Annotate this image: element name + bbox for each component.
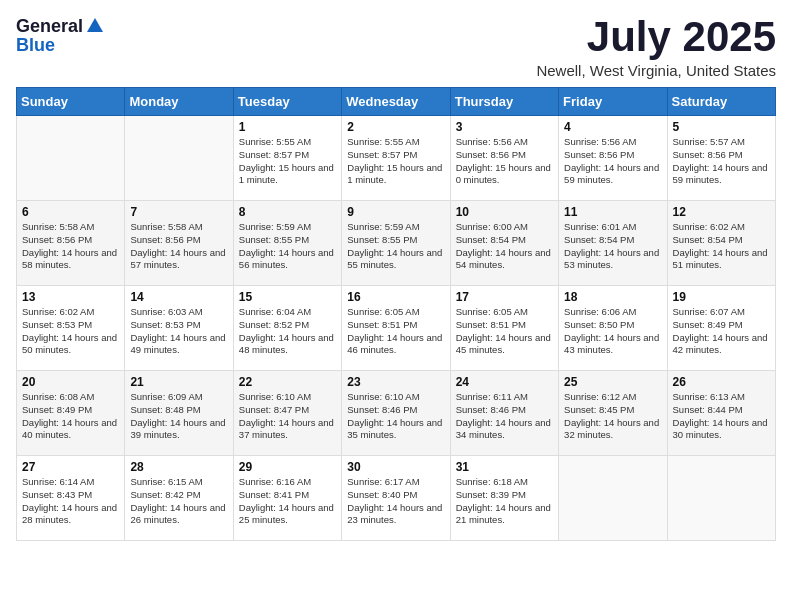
day-info: Sunrise: 6:06 AM Sunset: 8:50 PM Dayligh… xyxy=(564,306,661,357)
logo: General Blue xyxy=(16,16,105,54)
day-info: Sunrise: 6:18 AM Sunset: 8:39 PM Dayligh… xyxy=(456,476,553,527)
day-number: 19 xyxy=(673,290,770,304)
calendar-cell: 19Sunrise: 6:07 AM Sunset: 8:49 PM Dayli… xyxy=(667,286,775,371)
calendar-cell: 5Sunrise: 5:57 AM Sunset: 8:56 PM Daylig… xyxy=(667,116,775,201)
calendar-week-row: 20Sunrise: 6:08 AM Sunset: 8:49 PM Dayli… xyxy=(17,371,776,456)
day-number: 2 xyxy=(347,120,444,134)
day-info: Sunrise: 6:00 AM Sunset: 8:54 PM Dayligh… xyxy=(456,221,553,272)
calendar-cell: 14Sunrise: 6:03 AM Sunset: 8:53 PM Dayli… xyxy=(125,286,233,371)
calendar-cell: 4Sunrise: 5:56 AM Sunset: 8:56 PM Daylig… xyxy=(559,116,667,201)
day-info: Sunrise: 5:55 AM Sunset: 8:57 PM Dayligh… xyxy=(347,136,444,187)
column-header-monday: Monday xyxy=(125,88,233,116)
day-info: Sunrise: 6:10 AM Sunset: 8:47 PM Dayligh… xyxy=(239,391,336,442)
day-number: 20 xyxy=(22,375,119,389)
calendar-cell xyxy=(667,456,775,541)
calendar-cell: 29Sunrise: 6:16 AM Sunset: 8:41 PM Dayli… xyxy=(233,456,341,541)
calendar-week-row: 6Sunrise: 5:58 AM Sunset: 8:56 PM Daylig… xyxy=(17,201,776,286)
day-number: 29 xyxy=(239,460,336,474)
calendar-cell: 15Sunrise: 6:04 AM Sunset: 8:52 PM Dayli… xyxy=(233,286,341,371)
calendar-cell: 6Sunrise: 5:58 AM Sunset: 8:56 PM Daylig… xyxy=(17,201,125,286)
day-number: 4 xyxy=(564,120,661,134)
day-info: Sunrise: 6:15 AM Sunset: 8:42 PM Dayligh… xyxy=(130,476,227,527)
calendar-week-row: 13Sunrise: 6:02 AM Sunset: 8:53 PM Dayli… xyxy=(17,286,776,371)
day-number: 21 xyxy=(130,375,227,389)
calendar-cell: 27Sunrise: 6:14 AM Sunset: 8:43 PM Dayli… xyxy=(17,456,125,541)
calendar-cell: 2Sunrise: 5:55 AM Sunset: 8:57 PM Daylig… xyxy=(342,116,450,201)
day-info: Sunrise: 5:59 AM Sunset: 8:55 PM Dayligh… xyxy=(347,221,444,272)
location-text: Newell, West Virginia, United States xyxy=(536,62,776,79)
day-info: Sunrise: 6:04 AM Sunset: 8:52 PM Dayligh… xyxy=(239,306,336,357)
day-info: Sunrise: 6:12 AM Sunset: 8:45 PM Dayligh… xyxy=(564,391,661,442)
day-info: Sunrise: 6:09 AM Sunset: 8:48 PM Dayligh… xyxy=(130,391,227,442)
day-info: Sunrise: 6:01 AM Sunset: 8:54 PM Dayligh… xyxy=(564,221,661,272)
calendar-week-row: 27Sunrise: 6:14 AM Sunset: 8:43 PM Dayli… xyxy=(17,456,776,541)
day-number: 15 xyxy=(239,290,336,304)
page-header: General Blue July 2025 Newell, West Virg… xyxy=(16,16,776,79)
column-header-thursday: Thursday xyxy=(450,88,558,116)
calendar-cell xyxy=(125,116,233,201)
day-info: Sunrise: 6:17 AM Sunset: 8:40 PM Dayligh… xyxy=(347,476,444,527)
calendar-cell: 21Sunrise: 6:09 AM Sunset: 8:48 PM Dayli… xyxy=(125,371,233,456)
day-number: 26 xyxy=(673,375,770,389)
day-number: 10 xyxy=(456,205,553,219)
column-header-wednesday: Wednesday xyxy=(342,88,450,116)
calendar-cell: 8Sunrise: 5:59 AM Sunset: 8:55 PM Daylig… xyxy=(233,201,341,286)
day-number: 5 xyxy=(673,120,770,134)
day-info: Sunrise: 5:56 AM Sunset: 8:56 PM Dayligh… xyxy=(564,136,661,187)
day-info: Sunrise: 6:02 AM Sunset: 8:54 PM Dayligh… xyxy=(673,221,770,272)
day-number: 24 xyxy=(456,375,553,389)
calendar-cell: 16Sunrise: 6:05 AM Sunset: 8:51 PM Dayli… xyxy=(342,286,450,371)
day-info: Sunrise: 6:10 AM Sunset: 8:46 PM Dayligh… xyxy=(347,391,444,442)
calendar-cell xyxy=(559,456,667,541)
title-block: July 2025 Newell, West Virginia, United … xyxy=(536,16,776,79)
calendar-cell: 13Sunrise: 6:02 AM Sunset: 8:53 PM Dayli… xyxy=(17,286,125,371)
day-info: Sunrise: 6:05 AM Sunset: 8:51 PM Dayligh… xyxy=(347,306,444,357)
calendar-table: SundayMondayTuesdayWednesdayThursdayFrid… xyxy=(16,87,776,541)
day-info: Sunrise: 6:07 AM Sunset: 8:49 PM Dayligh… xyxy=(673,306,770,357)
month-title: July 2025 xyxy=(536,16,776,58)
day-number: 14 xyxy=(130,290,227,304)
calendar-cell: 1Sunrise: 5:55 AM Sunset: 8:57 PM Daylig… xyxy=(233,116,341,201)
day-number: 12 xyxy=(673,205,770,219)
column-header-sunday: Sunday xyxy=(17,88,125,116)
day-info: Sunrise: 5:58 AM Sunset: 8:56 PM Dayligh… xyxy=(22,221,119,272)
calendar-cell: 30Sunrise: 6:17 AM Sunset: 8:40 PM Dayli… xyxy=(342,456,450,541)
day-number: 18 xyxy=(564,290,661,304)
day-number: 6 xyxy=(22,205,119,219)
day-number: 7 xyxy=(130,205,227,219)
day-number: 3 xyxy=(456,120,553,134)
day-info: Sunrise: 6:05 AM Sunset: 8:51 PM Dayligh… xyxy=(456,306,553,357)
calendar-cell: 31Sunrise: 6:18 AM Sunset: 8:39 PM Dayli… xyxy=(450,456,558,541)
calendar-cell: 3Sunrise: 5:56 AM Sunset: 8:56 PM Daylig… xyxy=(450,116,558,201)
calendar-cell: 17Sunrise: 6:05 AM Sunset: 8:51 PM Dayli… xyxy=(450,286,558,371)
day-info: Sunrise: 6:13 AM Sunset: 8:44 PM Dayligh… xyxy=(673,391,770,442)
calendar-cell: 24Sunrise: 6:11 AM Sunset: 8:46 PM Dayli… xyxy=(450,371,558,456)
column-header-tuesday: Tuesday xyxy=(233,88,341,116)
calendar-cell: 7Sunrise: 5:58 AM Sunset: 8:56 PM Daylig… xyxy=(125,201,233,286)
day-number: 23 xyxy=(347,375,444,389)
day-number: 28 xyxy=(130,460,227,474)
calendar-cell: 28Sunrise: 6:15 AM Sunset: 8:42 PM Dayli… xyxy=(125,456,233,541)
day-number: 1 xyxy=(239,120,336,134)
calendar-week-row: 1Sunrise: 5:55 AM Sunset: 8:57 PM Daylig… xyxy=(17,116,776,201)
day-info: Sunrise: 6:11 AM Sunset: 8:46 PM Dayligh… xyxy=(456,391,553,442)
day-number: 22 xyxy=(239,375,336,389)
day-info: Sunrise: 5:56 AM Sunset: 8:56 PM Dayligh… xyxy=(456,136,553,187)
calendar-cell: 23Sunrise: 6:10 AM Sunset: 8:46 PM Dayli… xyxy=(342,371,450,456)
day-number: 16 xyxy=(347,290,444,304)
calendar-cell: 10Sunrise: 6:00 AM Sunset: 8:54 PM Dayli… xyxy=(450,201,558,286)
day-number: 9 xyxy=(347,205,444,219)
day-info: Sunrise: 5:57 AM Sunset: 8:56 PM Dayligh… xyxy=(673,136,770,187)
day-info: Sunrise: 6:08 AM Sunset: 8:49 PM Dayligh… xyxy=(22,391,119,442)
calendar-cell: 26Sunrise: 6:13 AM Sunset: 8:44 PM Dayli… xyxy=(667,371,775,456)
calendar-cell xyxy=(17,116,125,201)
calendar-cell: 11Sunrise: 6:01 AM Sunset: 8:54 PM Dayli… xyxy=(559,201,667,286)
calendar-cell: 18Sunrise: 6:06 AM Sunset: 8:50 PM Dayli… xyxy=(559,286,667,371)
day-number: 11 xyxy=(564,205,661,219)
day-info: Sunrise: 6:03 AM Sunset: 8:53 PM Dayligh… xyxy=(130,306,227,357)
day-info: Sunrise: 6:14 AM Sunset: 8:43 PM Dayligh… xyxy=(22,476,119,527)
day-info: Sunrise: 5:55 AM Sunset: 8:57 PM Dayligh… xyxy=(239,136,336,187)
calendar-cell: 20Sunrise: 6:08 AM Sunset: 8:49 PM Dayli… xyxy=(17,371,125,456)
day-number: 17 xyxy=(456,290,553,304)
calendar-cell: 12Sunrise: 6:02 AM Sunset: 8:54 PM Dayli… xyxy=(667,201,775,286)
